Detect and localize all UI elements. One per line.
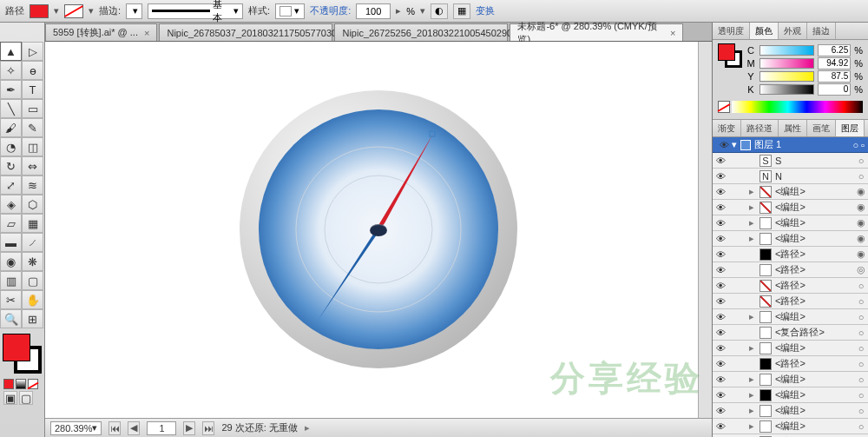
compass-artwork[interactable]: [235, 86, 522, 374]
fill-swatch[interactable]: [30, 4, 49, 18]
layer-name[interactable]: <路径>: [773, 357, 854, 370]
layer-row[interactable]: 👁<路径>○: [713, 294, 868, 309]
tab-pathfinder[interactable]: 路径道: [741, 120, 779, 136]
screen-mode-full[interactable]: ▢: [19, 391, 33, 405]
yellow-value[interactable]: 87.5: [818, 70, 851, 83]
layer-row[interactable]: 👁NN○: [713, 169, 868, 184]
layer-name[interactable]: <编组>: [773, 232, 854, 245]
free-transform-tool[interactable]: ◈: [0, 195, 22, 214]
scale-tool[interactable]: ⤢: [0, 175, 22, 195]
rotate-tool[interactable]: ↻: [0, 156, 22, 175]
rectangle-tool[interactable]: ▭: [22, 99, 43, 118]
visibility-toggle[interactable]: 👁: [713, 374, 728, 385]
layer-name[interactable]: <编组>: [773, 216, 854, 229]
visibility-toggle[interactable]: 👁: [713, 312, 728, 322]
visibility-toggle[interactable]: 👁: [713, 249, 728, 260]
visibility-toggle[interactable]: 👁: [713, 390, 728, 401]
target-icon[interactable]: ○: [854, 156, 868, 166]
fill-stroke-control[interactable]: [1, 332, 43, 375]
lasso-tool[interactable]: ɵ: [22, 61, 43, 80]
target-icon[interactable]: ○: [854, 406, 868, 416]
target-icon[interactable]: ○: [854, 374, 868, 385]
pen-tool[interactable]: ✒: [0, 80, 22, 99]
tab-appearance[interactable]: 外观: [779, 23, 807, 39]
layer-row[interactable]: 👁SS○: [713, 153, 868, 169]
target-icon[interactable]: ◎: [854, 264, 868, 275]
close-icon[interactable]: ×: [670, 28, 675, 38]
yellow-slider[interactable]: [760, 71, 814, 82]
layer-header[interactable]: 👁 ▾ 图层 1 ○ ▫: [713, 137, 868, 153]
target-icon[interactable]: ○: [854, 343, 868, 354]
panel-fill-swatch[interactable]: [718, 43, 735, 61]
document-tab[interactable]: Nipic_26725256_20180322100545029030.ai* …: [334, 23, 508, 41]
none-swatch[interactable]: [718, 101, 730, 113]
tab-layers[interactable]: 图层: [836, 120, 865, 136]
document-tab[interactable]: 5959 [转换].ai* @ ...×: [45, 23, 157, 41]
layer-name[interactable]: <编组>: [773, 201, 854, 214]
layer-row[interactable]: 👁▸<编组>○: [713, 372, 868, 387]
layer-row[interactable]: 👁▸<编组>○: [713, 387, 868, 403]
visibility-toggle[interactable]: 👁: [713, 187, 728, 197]
target-icon[interactable]: ○: [854, 328, 868, 338]
visibility-toggle[interactable]: 👁: [716, 140, 732, 150]
eraser-tool[interactable]: ◫: [22, 137, 43, 156]
target-icon[interactable]: ○: [854, 171, 868, 182]
brush-select[interactable]: 基本▾: [148, 3, 243, 19]
layer-row[interactable]: 👁▸<编组>◉: [713, 231, 868, 247]
layer-name[interactable]: <编组>: [773, 388, 854, 401]
layer-row[interactable]: 👁<路径>○: [713, 278, 868, 294]
line-tool[interactable]: ╲: [0, 99, 22, 118]
magenta-value[interactable]: 94.92: [818, 57, 851, 70]
hand-tool[interactable]: ✋: [22, 290, 43, 309]
visibility-toggle[interactable]: 👁: [713, 281, 728, 291]
first-artboard-button[interactable]: ⏮: [108, 421, 121, 435]
layer-name[interactable]: <编组>: [773, 373, 854, 386]
blend-tool[interactable]: ◉: [0, 252, 22, 271]
column-graph-tool[interactable]: ▥: [0, 271, 22, 290]
tab-stroke[interactable]: 描边: [807, 23, 836, 39]
tab-gradient[interactable]: 渐变: [713, 120, 741, 136]
tab-attributes[interactable]: 属性: [779, 120, 807, 136]
cyan-slider[interactable]: [760, 45, 814, 56]
tab-opacity[interactable]: 透明度: [713, 23, 750, 39]
perspective-tool[interactable]: ▱: [0, 214, 22, 233]
swatch-dropdown-icon[interactable]: ▾: [89, 5, 94, 17]
visibility-toggle[interactable]: 👁: [713, 234, 728, 244]
cyan-value[interactable]: 6.25: [818, 44, 851, 56]
visibility-toggle[interactable]: 👁: [713, 359, 728, 369]
layer-row[interactable]: 👁▸<编组>○: [713, 341, 868, 356]
target-icon[interactable]: ○: [854, 296, 868, 307]
visibility-toggle[interactable]: 👁: [713, 171, 728, 182]
selection-tool[interactable]: ▲: [0, 42, 22, 61]
target-icon[interactable]: ◉: [854, 186, 868, 197]
layer-name[interactable]: <编组>: [773, 185, 854, 198]
blob-brush-tool[interactable]: ◔: [0, 137, 22, 156]
target-icon[interactable]: ◉: [854, 233, 868, 244]
mesh-tool[interactable]: ▦: [22, 214, 43, 233]
status-dropdown-icon[interactable]: ▸: [305, 422, 310, 434]
target-icon[interactable]: ○: [854, 281, 868, 291]
document-tab[interactable]: Nipic_26785037_20180321175057703037.ai* …: [159, 23, 332, 41]
layer-name[interactable]: <复合路径>: [773, 326, 854, 339]
layer-row[interactable]: 👁<复合路径>○: [713, 325, 868, 341]
stroke-weight-select[interactable]: ▾: [126, 3, 142, 19]
target-icon[interactable]: ○: [854, 390, 868, 401]
layer-name[interactable]: S: [773, 156, 854, 166]
layer-name[interactable]: <编组>: [773, 341, 854, 354]
visibility-toggle[interactable]: 👁: [713, 343, 728, 354]
none-mode-icon[interactable]: [28, 379, 38, 389]
layer-name[interactable]: <路径>: [773, 279, 854, 292]
direct-selection-tool[interactable]: ▷: [22, 42, 43, 61]
shape-builder-tool[interactable]: ⬡: [22, 195, 43, 214]
visibility-toggle[interactable]: 👁: [713, 265, 728, 275]
visibility-toggle[interactable]: 👁: [713, 406, 728, 416]
visibility-toggle[interactable]: 👁: [713, 421, 728, 432]
screen-mode-normal[interactable]: ▣: [3, 391, 17, 405]
opacity-dropdown-icon[interactable]: ▾: [420, 5, 425, 17]
target-icon[interactable]: ○: [854, 312, 868, 322]
opacity-label[interactable]: 不透明度:: [310, 4, 351, 17]
reflect-tool[interactable]: ⇔: [22, 156, 43, 175]
style-select[interactable]: ▾: [275, 3, 305, 19]
magenta-slider[interactable]: [760, 58, 814, 69]
layer-row[interactable]: 👁<路径>◎: [713, 262, 868, 278]
